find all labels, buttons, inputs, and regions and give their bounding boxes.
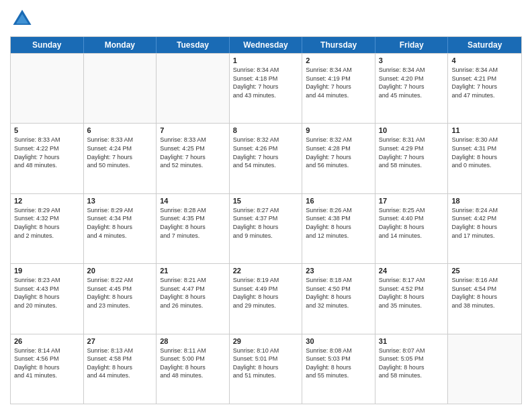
calendar-cell: 30Sunrise: 8:08 AM Sunset: 5:03 PM Dayli… xyxy=(302,334,375,404)
cell-day-number: 3 xyxy=(379,56,445,64)
cell-info: Sunrise: 8:11 AM Sunset: 5:00 PM Dayligh… xyxy=(160,347,226,380)
cell-day-number: 26 xyxy=(14,337,80,345)
calendar-cell: 10Sunrise: 8:31 AM Sunset: 4:29 PM Dayli… xyxy=(375,124,449,193)
calendar-header-cell: Monday xyxy=(84,37,157,53)
cell-info: Sunrise: 8:13 AM Sunset: 4:58 PM Dayligh… xyxy=(87,347,153,380)
cell-info: Sunrise: 8:25 AM Sunset: 4:40 PM Dayligh… xyxy=(379,206,445,240)
cell-day-number: 4 xyxy=(451,56,518,64)
calendar-cell: 11Sunrise: 8:30 AM Sunset: 4:31 PM Dayli… xyxy=(448,124,521,193)
calendar-cell: 20Sunrise: 8:22 AM Sunset: 4:45 PM Dayli… xyxy=(84,264,157,333)
calendar-cell: 28Sunrise: 8:11 AM Sunset: 5:00 PM Dayli… xyxy=(157,334,230,404)
calendar-row: 12Sunrise: 8:29 AM Sunset: 4:32 PM Dayli… xyxy=(11,193,521,263)
calendar-cell: 17Sunrise: 8:25 AM Sunset: 4:40 PM Dayli… xyxy=(375,194,449,263)
calendar-cell: 7Sunrise: 8:33 AM Sunset: 4:25 PM Daylig… xyxy=(157,124,230,193)
cell-day-number: 16 xyxy=(306,197,371,205)
cell-day-number: 29 xyxy=(233,337,299,345)
calendar-cell: 25Sunrise: 8:16 AM Sunset: 4:54 PM Dayli… xyxy=(448,264,521,333)
cell-info: Sunrise: 8:33 AM Sunset: 4:24 PM Dayligh… xyxy=(87,136,153,169)
calendar-cell: 15Sunrise: 8:27 AM Sunset: 4:37 PM Dayli… xyxy=(230,194,303,263)
logo-icon xyxy=(10,7,34,31)
cell-day-number: 8 xyxy=(233,126,299,134)
calendar-cell xyxy=(84,54,157,123)
calendar-header-cell: Saturday xyxy=(448,37,521,53)
cell-day-number: 2 xyxy=(306,56,371,64)
calendar-cell: 19Sunrise: 8:23 AM Sunset: 4:43 PM Dayli… xyxy=(11,264,84,333)
calendar-cell: 18Sunrise: 8:24 AM Sunset: 4:42 PM Dayli… xyxy=(448,194,521,263)
cell-info: Sunrise: 8:34 AM Sunset: 4:21 PM Dayligh… xyxy=(451,66,518,99)
cell-day-number: 23 xyxy=(306,267,371,275)
cell-info: Sunrise: 8:33 AM Sunset: 4:25 PM Dayligh… xyxy=(160,136,226,169)
calendar-header: SundayMondayTuesdayWednesdayThursdayFrid… xyxy=(11,37,521,53)
calendar-row: 5Sunrise: 8:33 AM Sunset: 4:22 PM Daylig… xyxy=(11,123,521,193)
calendar-cell: 29Sunrise: 8:10 AM Sunset: 5:01 PM Dayli… xyxy=(230,334,303,404)
calendar-cell: 26Sunrise: 8:14 AM Sunset: 4:56 PM Dayli… xyxy=(11,334,84,404)
cell-info: Sunrise: 8:34 AM Sunset: 4:19 PM Dayligh… xyxy=(306,66,371,99)
calendar-cell: 13Sunrise: 8:29 AM Sunset: 4:34 PM Dayli… xyxy=(84,194,157,263)
calendar-cell: 23Sunrise: 8:18 AM Sunset: 4:50 PM Dayli… xyxy=(302,264,375,333)
cell-info: Sunrise: 8:24 AM Sunset: 4:42 PM Dayligh… xyxy=(451,206,518,240)
calendar-cell: 31Sunrise: 8:07 AM Sunset: 5:05 PM Dayli… xyxy=(375,334,449,404)
page: SundayMondayTuesdayWednesdayThursdayFrid… xyxy=(0,0,532,411)
cell-info: Sunrise: 8:30 AM Sunset: 4:31 PM Dayligh… xyxy=(451,136,518,169)
calendar-cell: 16Sunrise: 8:26 AM Sunset: 4:38 PM Dayli… xyxy=(302,194,375,263)
header xyxy=(10,7,522,31)
calendar-cell: 24Sunrise: 8:17 AM Sunset: 4:52 PM Dayli… xyxy=(375,264,449,333)
cell-info: Sunrise: 8:08 AM Sunset: 5:03 PM Dayligh… xyxy=(306,347,371,380)
cell-day-number: 30 xyxy=(306,337,371,345)
calendar-body: 1Sunrise: 8:34 AM Sunset: 4:18 PM Daylig… xyxy=(11,53,521,404)
calendar-header-cell: Thursday xyxy=(302,37,375,53)
cell-info: Sunrise: 8:14 AM Sunset: 4:56 PM Dayligh… xyxy=(14,347,80,380)
cell-info: Sunrise: 8:26 AM Sunset: 4:38 PM Dayligh… xyxy=(306,206,371,240)
cell-day-number: 21 xyxy=(160,267,226,275)
cell-day-number: 24 xyxy=(379,267,445,275)
calendar-header-cell: Sunday xyxy=(11,37,84,53)
calendar-cell: 27Sunrise: 8:13 AM Sunset: 4:58 PM Dayli… xyxy=(84,334,157,404)
calendar-cell: 21Sunrise: 8:21 AM Sunset: 4:47 PM Dayli… xyxy=(157,264,230,333)
cell-day-number: 31 xyxy=(379,337,445,345)
cell-day-number: 12 xyxy=(14,197,80,205)
cell-info: Sunrise: 8:31 AM Sunset: 4:29 PM Dayligh… xyxy=(379,136,445,169)
cell-day-number: 9 xyxy=(306,126,371,134)
cell-day-number: 7 xyxy=(160,126,226,134)
calendar-cell: 4Sunrise: 8:34 AM Sunset: 4:21 PM Daylig… xyxy=(448,54,521,123)
cell-day-number: 14 xyxy=(160,197,226,205)
calendar-cell: 2Sunrise: 8:34 AM Sunset: 4:19 PM Daylig… xyxy=(302,54,375,123)
calendar-header-cell: Friday xyxy=(375,37,449,53)
cell-day-number: 27 xyxy=(87,337,153,345)
cell-info: Sunrise: 8:29 AM Sunset: 4:34 PM Dayligh… xyxy=(87,206,153,240)
calendar-cell: 12Sunrise: 8:29 AM Sunset: 4:32 PM Dayli… xyxy=(11,194,84,263)
calendar-row: 26Sunrise: 8:14 AM Sunset: 4:56 PM Dayli… xyxy=(11,334,521,404)
calendar-cell: 14Sunrise: 8:28 AM Sunset: 4:35 PM Dayli… xyxy=(157,194,230,263)
calendar-cell xyxy=(11,54,84,123)
calendar-cell: 1Sunrise: 8:34 AM Sunset: 4:18 PM Daylig… xyxy=(230,54,303,123)
calendar-cell: 3Sunrise: 8:34 AM Sunset: 4:20 PM Daylig… xyxy=(375,54,449,123)
calendar: SundayMondayTuesdayWednesdayThursdayFrid… xyxy=(10,36,522,404)
calendar-cell: 9Sunrise: 8:32 AM Sunset: 4:28 PM Daylig… xyxy=(302,124,375,193)
cell-day-number: 11 xyxy=(451,126,518,134)
cell-day-number: 17 xyxy=(379,197,445,205)
cell-day-number: 1 xyxy=(233,56,299,64)
cell-info: Sunrise: 8:27 AM Sunset: 4:37 PM Dayligh… xyxy=(233,206,299,240)
cell-info: Sunrise: 8:32 AM Sunset: 4:26 PM Dayligh… xyxy=(233,136,299,169)
calendar-cell xyxy=(448,334,521,404)
cell-info: Sunrise: 8:23 AM Sunset: 4:43 PM Dayligh… xyxy=(14,276,80,310)
cell-day-number: 13 xyxy=(87,197,153,205)
cell-info: Sunrise: 8:21 AM Sunset: 4:47 PM Dayligh… xyxy=(160,276,226,310)
cell-day-number: 19 xyxy=(14,267,80,275)
calendar-header-cell: Tuesday xyxy=(157,37,230,53)
cell-info: Sunrise: 8:33 AM Sunset: 4:22 PM Dayligh… xyxy=(14,136,80,169)
cell-day-number: 22 xyxy=(233,267,299,275)
cell-info: Sunrise: 8:29 AM Sunset: 4:32 PM Dayligh… xyxy=(14,206,80,240)
cell-day-number: 15 xyxy=(233,197,299,205)
calendar-row: 19Sunrise: 8:23 AM Sunset: 4:43 PM Dayli… xyxy=(11,263,521,333)
calendar-cell: 6Sunrise: 8:33 AM Sunset: 4:24 PM Daylig… xyxy=(84,124,157,193)
cell-info: Sunrise: 8:16 AM Sunset: 4:54 PM Dayligh… xyxy=(451,276,518,310)
cell-day-number: 25 xyxy=(451,267,518,275)
cell-info: Sunrise: 8:34 AM Sunset: 4:18 PM Dayligh… xyxy=(233,66,299,99)
cell-info: Sunrise: 8:17 AM Sunset: 4:52 PM Dayligh… xyxy=(379,276,445,310)
calendar-cell: 8Sunrise: 8:32 AM Sunset: 4:26 PM Daylig… xyxy=(230,124,303,193)
cell-info: Sunrise: 8:32 AM Sunset: 4:28 PM Dayligh… xyxy=(306,136,371,169)
cell-day-number: 20 xyxy=(87,267,153,275)
cell-day-number: 28 xyxy=(160,337,226,345)
calendar-cell xyxy=(157,54,230,123)
